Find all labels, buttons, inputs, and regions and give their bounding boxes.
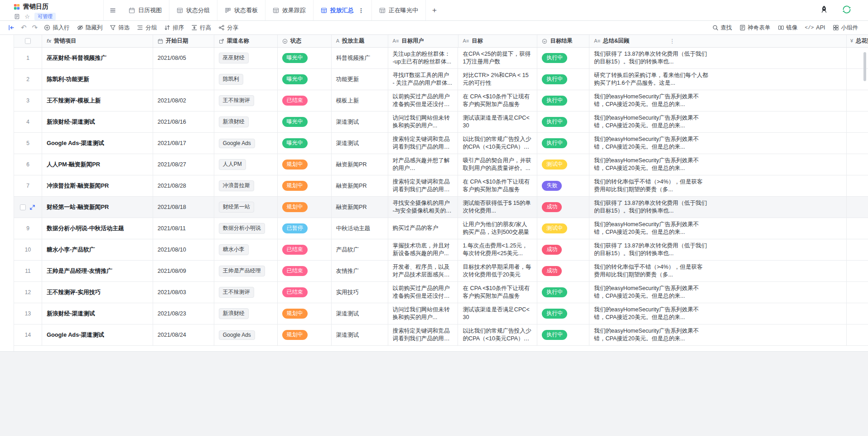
cell-channel[interactable]: 财经第一站: [214, 197, 278, 218]
cell-start-date[interactable]: 2021/08/16: [153, 111, 214, 132]
header-start-date[interactable]: 开始日期: [153, 35, 214, 47]
cell-topic[interactable]: 渠道测试: [332, 133, 388, 154]
cell-status[interactable]: 规划中: [278, 175, 332, 196]
tab-delivery-summary[interactable]: 投放汇总 ⋮: [313, 0, 372, 20]
cell-target-users[interactable]: 掌握技术功底，并且对新设备感兴趣的用户...: [388, 239, 458, 260]
cell-target-result[interactable]: 测试中: [537, 218, 589, 239]
header-total-cost[interactable]: ¥ 总花费: [847, 35, 868, 47]
row-handle-cell[interactable]: 8: [14, 197, 42, 218]
cell-total-cost[interactable]: [847, 111, 868, 132]
cell-target-users[interactable]: 搜索特定关键词和竞品词看到我们产品的用户...: [388, 133, 458, 154]
row-handle-cell[interactable]: 6: [14, 154, 42, 175]
table-row[interactable]: 6 人人PM-融资新闻PR 2021/08/27 人人PM 规划中 融资新闻PR…: [14, 154, 868, 175]
cell-total-cost[interactable]: [847, 154, 868, 175]
cell-start-date[interactable]: 2021/08/27: [153, 154, 214, 175]
table-row[interactable]: 10 糖水小李-产品软广 2021/08/10 糖水小李 已结束 产品软广 掌握…: [14, 239, 868, 261]
cell-target-result[interactable]: 执行中: [537, 282, 589, 303]
cell-target-users[interactable]: 搜索特定关键词和竞品词看到我们产品的用户...: [388, 325, 458, 345]
header-goal[interactable]: A≡ 目标: [458, 35, 538, 47]
row-handle-cell[interactable]: 4: [14, 111, 42, 132]
cell-channel[interactable]: Google Ads: [214, 325, 278, 345]
cell-target-users[interactable]: 对产品感兴趣并想了解的用户 -针对相关产品（例如Dropca...: [388, 154, 458, 175]
cell-topic[interactable]: 渠道测试: [332, 325, 388, 345]
cell-summary[interactable]: 我们的easyHomeSecurity广告系列效果不错，CPA接近20美元。但是…: [589, 133, 847, 154]
table-row[interactable]: 3 王不辣测评-模板上新 2021/08/02 王不辣测评 已结束 模板上新 以…: [14, 90, 868, 111]
cell-summary[interactable]: 我们的转化率似乎不错（>4%），但是获客费用却比我们期望的要贵（多...: [589, 261, 847, 281]
table-row[interactable]: 4 新浪财经-渠道测试 2021/08/16 新浪财经 曝光中 渠道测试 访问过…: [14, 111, 868, 133]
row-handle-cell[interactable]: 14: [14, 325, 42, 345]
cell-goal[interactable]: 1.每次点击费用<1.25元，每次转化费用<25美元...: [458, 239, 537, 260]
add-view-button[interactable]: +: [426, 0, 443, 20]
cell-project[interactable]: 新浪财经-渠道测试: [42, 303, 153, 324]
group-button[interactable]: 分组: [133, 23, 160, 33]
sort-button[interactable]: 排序: [160, 23, 188, 33]
cell-target-result[interactable]: 成功: [537, 197, 589, 218]
table-row[interactable]: 9 数据分析小明说-中秋活动主题 2021/08/11 数据分析小明说 已暂停 …: [14, 218, 868, 239]
cell-channel[interactable]: 新浪财经: [214, 303, 278, 324]
share-button[interactable]: 分享: [215, 23, 242, 33]
cell-topic[interactable]: 友情推广: [332, 261, 388, 281]
cell-target-users[interactable]: 访问过我们网站但未转换和购买的用户...: [388, 111, 458, 132]
table-row[interactable]: 7 冲浪普拉斯-融资新闻PR 2021/08/28 冲浪普拉斯 规划中 融资新闻…: [14, 175, 868, 197]
cell-target-users[interactable]: 寻找IT数据工具的用户 - 关注产品的用户群体...: [388, 69, 458, 90]
cell-topic[interactable]: 科普视频推广: [332, 48, 388, 68]
select-all-checkbox[interactable]: [25, 38, 31, 44]
cell-start-date[interactable]: 2021/08/23: [153, 303, 214, 324]
cell-status[interactable]: 已结束: [278, 261, 332, 281]
cell-summary[interactable]: 我们的转化率似乎不错（>4%），但是获客费用却比我们期望的要贵（多...: [589, 175, 847, 196]
header-project[interactable]: fx 营销项目: [42, 35, 153, 47]
cell-target-result[interactable]: 成功: [537, 261, 589, 281]
cell-project[interactable]: 巫巫财经-科普视频推广: [42, 48, 153, 68]
cell-target-result[interactable]: 执行中: [537, 90, 589, 111]
cell-target-users[interactable]: 寻找安全摄像机的用户 -与安全摄像机相关的关键字...: [388, 197, 458, 218]
cell-total-cost[interactable]: [847, 261, 868, 281]
cell-target-result[interactable]: 成功: [537, 239, 589, 260]
cell-target-users[interactable]: 以前购买过产品的用户 准备购买但是还没付费的用户: [388, 90, 458, 111]
tab-calendar-view[interactable]: 日历视图: [121, 0, 169, 20]
insert-row-button[interactable]: 插入行: [40, 23, 73, 33]
row-handle-cell[interactable]: 13: [14, 303, 42, 324]
cell-target-result[interactable]: 执行中: [537, 48, 589, 68]
cell-goal[interactable]: 测试能否获得低于$ 15的单次转化费用...: [458, 197, 537, 218]
row-handle-cell[interactable]: 2: [14, 69, 42, 90]
cell-project[interactable]: 王不辣测评-模板上新: [42, 90, 153, 111]
cell-target-result[interactable]: 测试中: [537, 154, 589, 175]
cell-project[interactable]: 冲浪普拉斯-融资新闻PR: [42, 175, 153, 196]
cell-goal[interactable]: 在CPA <25的前提下，获得1万注册用户数: [458, 48, 537, 68]
row-height-button[interactable]: 行高: [188, 23, 215, 33]
tab-now-exposing[interactable]: 正在曝光中: [372, 0, 426, 20]
cell-topic[interactable]: 产品软广: [332, 239, 388, 260]
cell-status[interactable]: 规划中: [278, 154, 332, 175]
tab-effect-tracking[interactable]: 效果跟踪: [265, 0, 313, 20]
cell-start-date[interactable]: [153, 69, 214, 90]
tab-status-kanban[interactable]: 状态看板: [217, 0, 265, 20]
cell-status[interactable]: 规划中: [278, 303, 332, 324]
cell-topic[interactable]: 模板上新: [332, 90, 388, 111]
table-row[interactable]: 8 财经第一站-融资新闻PR 2021/08/18 财经第一站 规划中 融资新闻…: [14, 197, 868, 218]
tab-menu-icon[interactable]: ⋮: [358, 7, 364, 14]
cell-topic[interactable]: 功能更新: [332, 69, 388, 90]
cell-total-cost[interactable]: [847, 218, 868, 239]
cell-summary[interactable]: 我们的easyHomeSecurity广告系列效果不错，CPA接近20美元。但是…: [589, 325, 847, 345]
cell-channel[interactable]: 数据分析小明说: [214, 218, 278, 239]
cell-goal[interactable]: 在 CPA <$10条件下让现有客户购买附加产品服务: [458, 90, 537, 111]
header-target-users[interactable]: A≡ 目标用户: [388, 35, 458, 47]
cell-target-users[interactable]: 以前购买过产品的用户 准备购买但是还没付费的用户: [388, 282, 458, 303]
find-button[interactable]: 查找: [709, 23, 736, 33]
cell-target-result[interactable]: 执行中: [537, 303, 589, 324]
cell-summary[interactable]: 我们的easyHomeSecurity广告系列效果不错，CPA接近20美元。但是…: [589, 90, 847, 111]
cell-goal[interactable]: 目标技术的早期采用者，每次转化费用低于20美元: [458, 261, 537, 281]
cell-target-result[interactable]: 执行中: [537, 111, 589, 132]
cell-channel[interactable]: 糖水小李: [214, 239, 278, 260]
cell-topic[interactable]: 中秋活动主题: [332, 218, 388, 239]
cell-topic[interactable]: 融资新闻PR: [332, 175, 388, 196]
cell-channel[interactable]: 王不辣测评: [214, 90, 278, 111]
row-handle-cell[interactable]: 11: [14, 261, 42, 281]
cell-start-date[interactable]: 2021/08/05: [153, 48, 214, 68]
expand-record-icon[interactable]: [29, 204, 35, 210]
collapse-sidebar-button[interactable]: [5, 23, 18, 32]
row-handle-cell[interactable]: 7: [14, 175, 42, 196]
cell-status[interactable]: 曝光中: [278, 133, 332, 154]
tab-status-group[interactable]: 状态分组: [169, 0, 217, 20]
cell-status[interactable]: 已结束: [278, 282, 332, 303]
